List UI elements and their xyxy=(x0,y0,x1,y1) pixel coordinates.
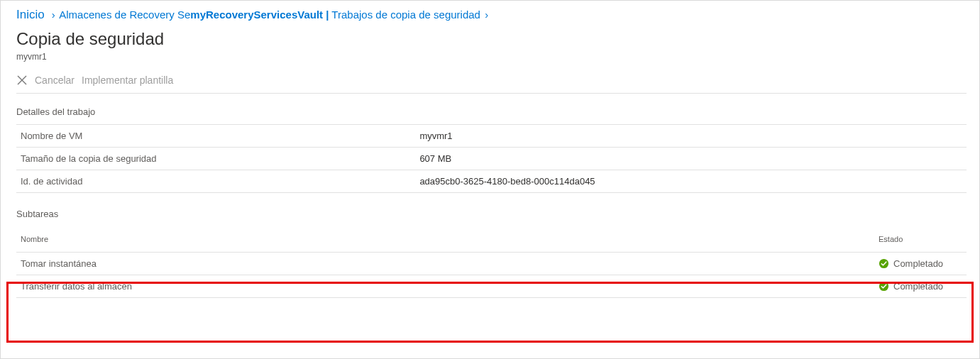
breadcrumb-vault-name[interactable]: myRecoveryServicesVault | xyxy=(190,9,329,21)
svg-point-2 xyxy=(879,259,888,268)
subtask-name: Tomar instantánea xyxy=(16,253,874,275)
close-icon[interactable] xyxy=(16,74,28,86)
subtask-status: Completado xyxy=(874,253,967,275)
detail-row-backup-size: Tamaño de la copia de seguridad 607 MB xyxy=(16,148,967,170)
page-title: Copia de seguridad xyxy=(16,29,967,49)
detail-value: ada95cb0-3625-4180-bed8-000c114da045 xyxy=(415,170,967,193)
subtasks-table: Nombre Estado Tomar instantánea Completa… xyxy=(16,226,967,298)
breadcrumb-vaults[interactable]: Almacenes de Recovery Se xyxy=(59,9,190,21)
deploy-template-button[interactable]: Implementar plantilla xyxy=(82,74,173,86)
job-details-table: Nombre de VM myvmr1 Tamaño de la copia d… xyxy=(16,124,967,193)
subtask-row: Tomar instantánea Completado xyxy=(16,253,967,275)
detail-key: Tamaño de la copia de seguridad xyxy=(16,148,415,170)
detail-row-activity-id: Id. de actividad ada95cb0-3625-4180-bed8… xyxy=(16,170,967,193)
chevron-right-icon: › xyxy=(52,9,55,21)
detail-value: 607 MB xyxy=(415,148,967,170)
chevron-right-icon: › xyxy=(485,9,488,21)
success-icon xyxy=(879,258,889,269)
success-icon xyxy=(879,281,889,292)
subtask-row: Transferir datos al almacén Completado xyxy=(16,275,967,298)
detail-key: Nombre de VM xyxy=(16,125,415,148)
breadcrumb: Inicio › Almacenes de Recovery SemyRecov… xyxy=(16,8,967,28)
detail-value: myvmr1 xyxy=(415,125,967,148)
job-details-label: Detalles del trabajo xyxy=(16,106,967,117)
breadcrumb-backup-jobs[interactable]: Trabajos de copia de seguridad xyxy=(331,9,480,21)
subtasks-label: Subtareas xyxy=(16,209,967,219)
breadcrumb-home[interactable]: Inicio xyxy=(16,8,45,21)
subtask-status: Completado xyxy=(874,275,967,298)
toolbar: Cancelar Implementar plantilla xyxy=(16,70,967,94)
column-header-name[interactable]: Nombre xyxy=(16,226,874,253)
page-subtitle: myvmr1 xyxy=(16,52,967,62)
detail-row-vm-name: Nombre de VM myvmr1 xyxy=(16,125,967,148)
cancel-button[interactable]: Cancelar xyxy=(35,74,75,86)
column-header-status[interactable]: Estado xyxy=(874,226,967,253)
detail-key: Id. de actividad xyxy=(16,170,415,193)
subtask-name: Transferir datos al almacén xyxy=(16,275,874,298)
svg-point-3 xyxy=(879,282,888,291)
